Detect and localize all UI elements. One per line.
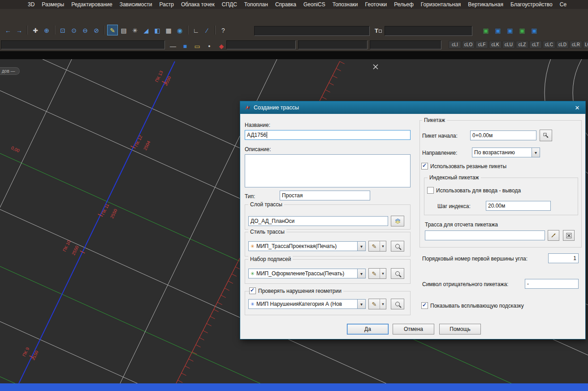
index-step-input[interactable]: 20.00м xyxy=(486,201,551,211)
checkbox-unchecked-icon[interactable] xyxy=(427,187,434,194)
object-settings-icon[interactable]: ✳ xyxy=(130,25,140,35)
lineweight-select-field[interactable] xyxy=(370,40,441,49)
menu-item-2[interactable]: Размеры xyxy=(42,1,64,8)
profile-icon[interactable]: ◢ xyxy=(141,25,151,35)
chevron-down-icon[interactable]: ▾ xyxy=(380,299,386,309)
chevron-down-icon[interactable]: ▾ xyxy=(532,148,540,157)
linetype-icon[interactable]: — xyxy=(168,40,178,51)
zoom-window-icon[interactable]: ⊡ xyxy=(57,25,68,35)
layer-button-cLZ[interactable]: cLZ xyxy=(516,41,528,48)
section-icon[interactable]: ◧ xyxy=(152,25,163,35)
labelset-preview-button[interactable] xyxy=(391,268,404,279)
color-select-field[interactable] xyxy=(226,40,296,49)
menu-item-12[interactable]: Геоточки xyxy=(365,1,387,8)
checkbox-checked-icon[interactable] xyxy=(249,287,256,294)
collapsed-panel-tab[interactable]: дов — xyxy=(0,67,20,75)
back-icon[interactable]: ← xyxy=(3,25,13,35)
help-icon[interactable]: ? xyxy=(218,25,229,35)
check-geometry-checkbox[interactable]: Проверять нарушения геометрии xyxy=(249,287,343,294)
dialog-titlebar[interactable]: Создание трассы ✕ xyxy=(240,101,585,114)
layer-button-cLO[interactable]: cLO xyxy=(462,41,475,48)
start-station-input[interactable]: 0+0.00м xyxy=(470,130,536,140)
points-group-icon[interactable]: ▣ xyxy=(480,25,491,35)
layer-button-cLT[interactable]: cLT xyxy=(529,41,542,48)
style-combo[interactable]: ✳ МИП_ТрассаПроектная(Печать) ▾ xyxy=(248,241,366,251)
linetype-select-field[interactable] xyxy=(298,40,368,49)
direction-combo[interactable]: По возрастанию ▾ xyxy=(472,148,540,157)
menu-item-4[interactable]: Зависимости xyxy=(120,1,152,8)
layer-button-LOA[interactable]: LOA xyxy=(583,41,588,48)
zoom-previous-icon[interactable]: ⊘ xyxy=(91,25,102,35)
toolbar-text-height-field[interactable] xyxy=(385,26,472,36)
geometry-rules-edit-split-button[interactable]: ✎ ▾ xyxy=(368,299,386,309)
menu-item-3[interactable]: Редактирование xyxy=(71,1,112,8)
menu-item-9[interactable]: Справка xyxy=(275,1,296,8)
ok-button[interactable]: Да xyxy=(347,324,389,335)
menu-item-8[interactable]: Топоплан xyxy=(244,1,268,8)
menu-item-16[interactable]: Благоустройство xyxy=(510,1,553,8)
description-textarea[interactable] xyxy=(245,154,411,187)
toolbar-text-style-field[interactable] xyxy=(254,26,370,36)
layer-button-cLI[interactable]: cLI xyxy=(449,41,461,48)
point-style-icon[interactable]: • xyxy=(204,40,215,51)
close-icon[interactable]: ✕ xyxy=(573,104,582,111)
geometry-rules-preview-button[interactable] xyxy=(391,299,404,309)
layer-button-cLF[interactable]: cLF xyxy=(476,41,488,48)
menu-item-17[interactable]: Се xyxy=(560,1,566,8)
surfaces-icon[interactable]: ▣ xyxy=(493,25,503,35)
menu-item-1[interactable]: 3D xyxy=(28,1,35,8)
command-line-bar[interactable] xyxy=(0,383,588,391)
menu-item-11[interactable]: Топознаки xyxy=(333,1,358,8)
project-db-icon[interactable]: ▣ xyxy=(529,25,540,35)
forward-icon[interactable]: → xyxy=(14,25,25,35)
layer-select-field[interactable] xyxy=(1,40,165,49)
cut-stations-checkbox[interactable]: Использовать резаные пикеты xyxy=(421,163,508,169)
layer-button-cLD[interactable]: cLD xyxy=(556,41,569,48)
chevron-down-icon[interactable]: ▾ xyxy=(357,269,365,278)
negative-symbol-input[interactable]: - xyxy=(525,279,579,289)
zoom-extents-icon[interactable]: ⊙ xyxy=(69,25,79,35)
checkbox-checked-icon[interactable] xyxy=(421,163,428,169)
zoom-out-icon[interactable]: ⊖ xyxy=(80,25,91,35)
ref-alignment-input[interactable] xyxy=(425,230,545,240)
chevron-down-icon[interactable]: ▾ xyxy=(357,300,365,308)
volumes-icon[interactable]: ▣ xyxy=(505,25,515,35)
menu-item-7[interactable]: СПДС xyxy=(222,1,237,8)
brush-icon[interactable]: ◆ xyxy=(216,40,227,51)
menu-item-5[interactable]: Растр xyxy=(159,1,173,8)
tooltip-checkbox[interactable]: Показывать всплывающую подсказку xyxy=(421,302,526,309)
menu-item-10[interactable]: GeoniCS xyxy=(303,1,325,8)
menu-item-15[interactable]: Вертикальная xyxy=(468,1,503,8)
block-editor-icon[interactable]: ▤ xyxy=(118,25,129,35)
name-input[interactable]: АД1756 xyxy=(245,130,411,140)
index-io-checkbox[interactable]: Использовать для ввода - вывода xyxy=(427,187,523,194)
layer-button-cLC[interactable]: cLC xyxy=(543,41,555,48)
globe-icon[interactable]: ◉ xyxy=(174,25,185,35)
layer-button-cLR[interactable]: cLR xyxy=(570,41,582,48)
layer-button-cLK[interactable]: cLK xyxy=(489,41,502,48)
zoom-realtime-icon[interactable]: ⊕ xyxy=(41,25,52,35)
chevron-down-icon[interactable]: ▾ xyxy=(380,269,386,278)
style-edit-split-button[interactable]: ✎ ▾ xyxy=(368,241,386,252)
ref-alignment-pick-button[interactable] xyxy=(548,230,559,241)
geometry-rules-combo[interactable]: ✳ МИП НарушенияКатегория А (Нов ▾ xyxy=(248,299,366,309)
slope-icon[interactable]: ∕ xyxy=(202,25,212,35)
ref-alignment-clear-button[interactable] xyxy=(563,230,575,241)
chevron-down-icon[interactable]: ▾ xyxy=(380,241,386,251)
menu-item-13[interactable]: Рельеф xyxy=(394,1,414,8)
labelset-combo[interactable]: ✳ МИП_ОформлениеТрассы(Печать) ▾ xyxy=(248,269,366,278)
menu-item-6[interactable]: Облака точек xyxy=(181,1,215,8)
ruler-icon[interactable]: ∟ xyxy=(190,25,201,35)
pan-icon[interactable]: ✚ xyxy=(30,25,41,35)
geomodel-icon[interactable]: ▣ xyxy=(517,25,527,35)
cancel-button[interactable]: Отмена xyxy=(393,324,434,335)
labelset-edit-split-button[interactable]: ✎ ▾ xyxy=(368,268,386,279)
first-vertex-input[interactable]: 1 xyxy=(548,253,579,263)
layer-button-cLU[interactable]: cLU xyxy=(502,41,515,48)
table-icon[interactable]: ▦ xyxy=(163,25,174,35)
checkbox-checked-icon[interactable] xyxy=(421,302,428,309)
menu-item-14[interactable]: Горизонтальная xyxy=(421,1,461,8)
open-folder-icon[interactable]: ▭ xyxy=(192,40,203,51)
color-swatch-icon[interactable]: ■ xyxy=(180,40,190,51)
chevron-down-icon[interactable]: ▾ xyxy=(357,242,365,251)
